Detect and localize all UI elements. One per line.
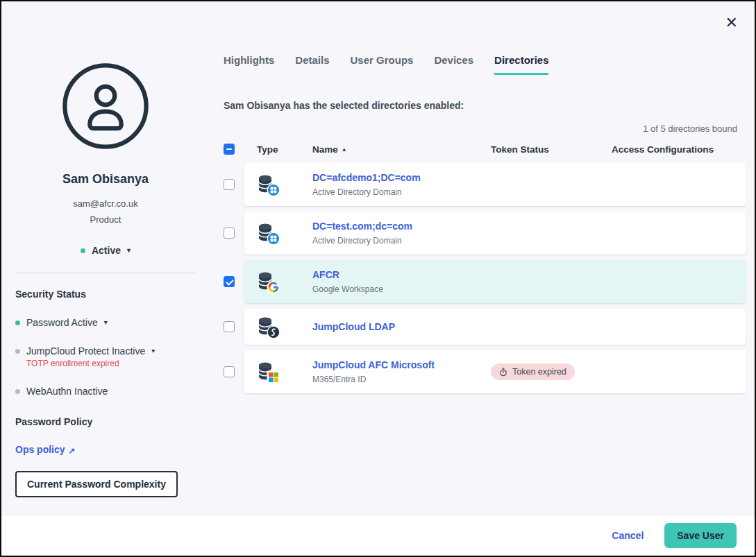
status-dot-icon <box>15 349 20 354</box>
stopwatch-icon <box>499 368 507 377</box>
token-expired-badge: Token expired <box>491 363 575 380</box>
webauthn-status: WebAuthn Inactive <box>15 386 196 397</box>
active-directory-icon <box>257 173 279 196</box>
chevron-down-icon: ▾ <box>127 247 131 254</box>
token-expired-label: Token expired <box>512 367 566 377</box>
tab-directories[interactable]: Directories <box>494 54 548 75</box>
user-email: sam@afcr.co.uk <box>1 198 210 209</box>
user-status-dropdown[interactable]: Active ▾ <box>81 245 131 256</box>
status-dot-icon <box>81 248 85 253</box>
password-policy-heading: Password Policy <box>15 416 196 427</box>
table-row: DC=afcdemo1;DC=com Active Directory Doma… <box>224 163 746 206</box>
security-item-webauthn: WebAuthn Inactive <box>15 386 196 397</box>
table-row: JumpCloud AFC Microsoft M365/Entra ID To… <box>224 350 746 393</box>
directory-name-link[interactable]: JumpCloud LDAP <box>312 321 491 332</box>
security-item-password: Password Active ▾ <box>15 317 196 328</box>
tab-bar: Highlights Details User Groups Devices D… <box>224 54 746 75</box>
column-header-name[interactable]: Name <box>312 144 338 155</box>
google-workspace-icon <box>257 271 279 293</box>
column-header-access-configurations[interactable]: Access Configurations <box>612 144 746 155</box>
directory-type-label: Active Directory Domain <box>312 236 491 246</box>
directory-type-label: Google Workspace <box>312 284 491 294</box>
password-status-dropdown[interactable]: Password Active ▾ <box>15 317 196 328</box>
directories-panel: Highlights Details User Groups Devices D… <box>224 1 746 393</box>
row-checkbox[interactable] <box>224 179 235 190</box>
directory-type-label: M365/Entra ID <box>312 375 491 384</box>
directory-row-card[interactable]: JumpCloud AFC Microsoft M365/Entra ID To… <box>244 350 746 393</box>
directory-row-card[interactable]: JumpCloud LDAP <box>244 309 746 345</box>
directory-name-link[interactable]: JumpCloud AFC Microsoft <box>312 359 491 370</box>
active-directory-icon <box>257 222 279 244</box>
microsoft-entra-icon <box>257 361 279 383</box>
current-password-complexity-button[interactable]: Current Password Complexity <box>15 471 178 497</box>
row-checkbox[interactable] <box>224 228 235 239</box>
directory-row-card[interactable]: DC=afcdemo1;DC=com Active Directory Doma… <box>244 163 746 206</box>
bound-count-label: 1 of 5 directories bound <box>224 123 746 134</box>
tab-user-groups[interactable]: User Groups <box>351 54 414 75</box>
status-dot-icon <box>15 389 20 394</box>
directory-name-link[interactable]: DC=test.com;dc=com <box>312 221 491 232</box>
table-row: AFCR Google Workspace <box>224 260 746 303</box>
modal-footer: Cancel Save User <box>1 515 755 556</box>
user-job-title: Product <box>1 214 210 225</box>
directory-row-card[interactable]: DC=test.com;dc=com Active Directory Doma… <box>244 212 746 255</box>
table-header: Type Name ▲ Token Status Access Configur… <box>224 144 746 155</box>
external-link-icon: ↗ <box>69 446 76 456</box>
directory-row-card[interactable]: AFCR Google Workspace <box>244 260 746 303</box>
directory-list: DC=afcdemo1;DC=com Active Directory Doma… <box>224 163 746 393</box>
webauthn-status-label: WebAuthn Inactive <box>26 386 108 397</box>
directory-name-link[interactable]: DC=afcdemo1;DC=com <box>312 172 491 183</box>
jumpcloud-ldap-icon <box>257 316 279 338</box>
security-item-protect: JumpCloud Protect Inactive ▾ TOTP enroll… <box>15 345 196 368</box>
status-label: Active <box>92 245 121 256</box>
row-checkbox[interactable] <box>224 366 235 377</box>
user-name: Sam Obisanya <box>1 172 210 187</box>
table-row: DC=test.com;dc=com Active Directory Doma… <box>224 212 746 255</box>
select-all-checkbox[interactable] <box>224 144 235 155</box>
tab-devices[interactable]: Devices <box>434 54 473 75</box>
sidebar-divider <box>15 273 196 273</box>
ops-policy-label: Ops policy <box>15 444 65 455</box>
ops-policy-link[interactable]: Ops policy ↗ <box>15 444 76 455</box>
protect-status-label: JumpCloud Protect Inactive <box>26 345 145 357</box>
column-header-token-status[interactable]: Token Status <box>491 144 612 155</box>
directories-subtitle: Sam Obisanya has the selected directorie… <box>224 100 746 111</box>
chevron-down-icon: ▾ <box>104 319 108 326</box>
tab-details[interactable]: Details <box>295 54 329 75</box>
password-status-label: Password Active <box>26 317 98 328</box>
status-dot-icon <box>15 320 20 325</box>
security-status-heading: Security Status <box>15 289 196 300</box>
row-checkbox[interactable] <box>224 276 235 287</box>
row-checkbox[interactable] <box>224 321 235 332</box>
user-sidebar: Sam Obisanya sam@afcr.co.uk Product Acti… <box>1 1 210 497</box>
cancel-button[interactable]: Cancel <box>612 530 644 541</box>
column-header-type[interactable]: Type <box>257 144 312 155</box>
directory-name-link[interactable]: AFCR <box>312 269 491 280</box>
sort-ascending-icon: ▲ <box>342 146 347 153</box>
totp-expired-note: TOTP enrollment expired <box>26 359 196 368</box>
tab-highlights[interactable]: Highlights <box>224 54 274 75</box>
table-row: JumpCloud LDAP <box>224 309 746 345</box>
save-user-button[interactable]: Save User <box>664 523 737 548</box>
avatar <box>62 62 149 150</box>
user-details-modal: ✕ Sam Obisanya sam@afcr.co.uk Product Ac… <box>0 0 756 557</box>
protect-status-dropdown[interactable]: JumpCloud Protect Inactive ▾ <box>15 345 196 357</box>
directory-type-label: Active Directory Domain <box>312 187 491 197</box>
chevron-down-icon: ▾ <box>151 348 155 354</box>
